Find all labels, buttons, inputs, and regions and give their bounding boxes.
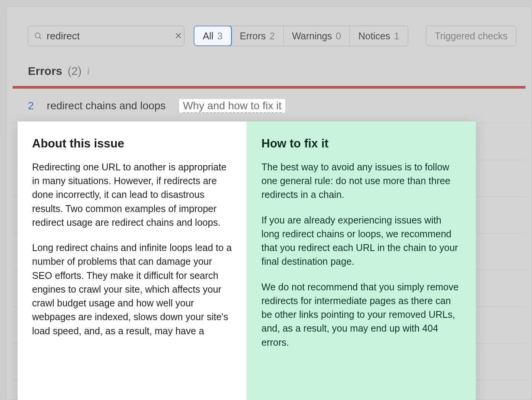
fix-paragraph: The best way to avoid any issues is to f… bbox=[262, 160, 462, 202]
about-paragraph: Redirecting one URL to another is approp… bbox=[32, 160, 232, 229]
triggered-checks-button[interactable]: Triggered checks bbox=[426, 26, 516, 46]
issue-count: 2 bbox=[28, 100, 34, 112]
about-this-issue-panel: About this issue Redirecting one URL to … bbox=[18, 121, 247, 400]
filter-count: 2 bbox=[270, 31, 275, 42]
fix-paragraph: We do not recommend that you simply remo… bbox=[262, 280, 462, 349]
about-paragraph: Long redirect chains and infinite loops … bbox=[32, 241, 232, 338]
triggered-checks-label: Triggered checks bbox=[435, 31, 508, 42]
clear-icon[interactable]: ✕ bbox=[175, 31, 182, 40]
fix-paragraph: If you are already experiencing issues w… bbox=[262, 213, 462, 269]
search-icon bbox=[34, 31, 43, 40]
toolbar: ✕ All 3 Errors 2 Warnings 0 Notices 1 Tr… bbox=[6, 6, 532, 58]
filter-label: Warnings bbox=[292, 31, 332, 42]
filter-tab-notices[interactable]: Notices 1 bbox=[350, 26, 407, 46]
why-and-how-link[interactable]: Why and how to fix it bbox=[183, 100, 281, 113]
section-title: Errors bbox=[28, 65, 62, 78]
issue-title: redirect chains and loops bbox=[47, 100, 166, 112]
filter-tabs: All 3 Errors 2 Warnings 0 Notices 1 bbox=[194, 26, 408, 46]
filter-tab-all[interactable]: All 3 bbox=[194, 26, 232, 46]
svg-line-1 bbox=[39, 37, 41, 39]
section-count: (2) bbox=[68, 65, 82, 78]
info-icon[interactable]: i bbox=[87, 65, 90, 77]
filter-label: Errors bbox=[240, 31, 266, 42]
filter-count: 0 bbox=[336, 31, 341, 42]
filter-tab-errors[interactable]: Errors 2 bbox=[231, 26, 284, 46]
section-header: Errors (2) i bbox=[6, 58, 532, 86]
about-heading: About this issue bbox=[32, 135, 232, 152]
filter-tab-warnings[interactable]: Warnings 0 bbox=[284, 26, 350, 46]
search-input[interactable] bbox=[43, 30, 175, 42]
issue-row[interactable]: 2 redirect chains and loops Why and how … bbox=[6, 89, 532, 123]
error-severity-bar bbox=[13, 86, 526, 89]
filter-label: All bbox=[203, 31, 213, 42]
why-link-wrap[interactable]: Why and how to fix it bbox=[179, 99, 286, 113]
filter-count: 3 bbox=[217, 31, 223, 42]
fix-heading: How to fix it bbox=[262, 135, 462, 152]
issue-details-popover: About this issue Redirecting one URL to … bbox=[18, 121, 476, 400]
how-to-fix-panel: How to fix it The best way to avoid any … bbox=[247, 121, 476, 400]
filter-count: 1 bbox=[394, 31, 399, 42]
svg-point-0 bbox=[35, 33, 40, 38]
search-field-wrap[interactable]: ✕ bbox=[28, 26, 184, 46]
filter-label: Notices bbox=[358, 31, 390, 42]
